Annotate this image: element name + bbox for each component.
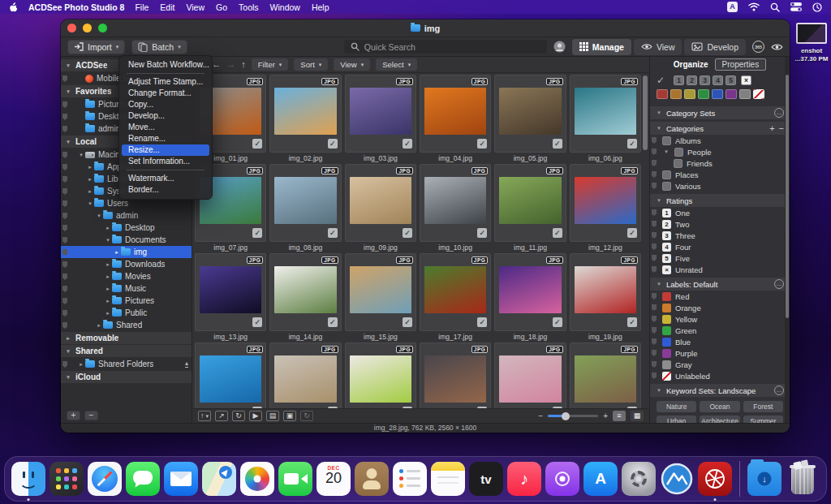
label-purple[interactable]: Purple	[650, 347, 790, 359]
nav-forward-icon[interactable]: →	[226, 60, 235, 69]
thumbnail-tile[interactable]: JPG✓	[345, 253, 416, 331]
chevron-closed-icon[interactable]: ▸	[86, 176, 94, 183]
chevron-closed-icon[interactable]: ▸	[104, 274, 112, 280]
menu-view[interactable]: View	[186, 2, 205, 12]
open-with-icon[interactable]: ↗	[215, 411, 228, 421]
menu-item-develop[interactable]: Develop...	[122, 110, 209, 122]
mode-develop-button[interactable]: Develop	[684, 39, 746, 55]
grid-item[interactable]: JPG✓	[419, 342, 492, 408]
apple-menu-icon[interactable]	[9, 2, 18, 12]
dock-trash-icon[interactable]	[786, 462, 820, 496]
category-various[interactable]: Various	[650, 180, 790, 192]
dock-photo-studio-icon[interactable]	[698, 462, 732, 496]
nav-up-icon[interactable]: ↑	[241, 60, 246, 69]
chevron-open-icon[interactable]: ▾	[104, 237, 112, 243]
chevron-closed-icon[interactable]: ▸	[77, 361, 85, 368]
select-checkbox[interactable]: ✓	[627, 317, 637, 327]
edit-icon[interactable]: ▤	[266, 411, 279, 421]
menu-item-move[interactable]: Move...	[122, 122, 209, 133]
play-icon[interactable]: ▶	[249, 411, 262, 421]
select-checkbox[interactable]: ✓	[328, 228, 338, 238]
chevron-open-icon[interactable]: ▾	[86, 200, 94, 207]
options-icon[interactable]: …	[774, 108, 784, 118]
select-checkbox[interactable]: ✓	[477, 139, 487, 149]
thumbnail-tile[interactable]: JPG✓	[570, 342, 641, 408]
select-checkbox[interactable]: ✓	[252, 407, 262, 408]
swatch-5[interactable]	[726, 89, 737, 99]
mode-view-button[interactable]: View	[634, 39, 682, 55]
sidebar-item-img[interactable]: ▸img	[61, 246, 192, 258]
chevron-closed-icon[interactable]: ▸	[64, 335, 72, 342]
label-orange[interactable]: Orange	[650, 302, 790, 313]
dock-safari-icon[interactable]	[88, 462, 122, 496]
thumbnail-tile[interactable]: JPG✓	[570, 253, 641, 331]
filter-button[interactable]: Filter▾	[252, 58, 289, 71]
clear-rating-button[interactable]: ×	[741, 75, 751, 85]
rating-box-2[interactable]: 2	[687, 75, 697, 85]
add-folder-button[interactable]: +	[67, 411, 80, 420]
select-checkbox[interactable]: ✓	[328, 139, 338, 149]
grid-item[interactable]: JPG✓img_10.jpg	[419, 164, 492, 253]
ratings-header[interactable]: ▾ Ratings	[650, 194, 790, 207]
label-gray[interactable]: Gray	[650, 359, 790, 370]
sidebar-item-admin[interactable]: ▾admin	[61, 209, 192, 222]
options-icon[interactable]: …	[774, 279, 784, 289]
rating-two[interactable]: 2Two	[650, 218, 790, 230]
swatch-unlabeled[interactable]	[753, 89, 764, 99]
panel-scroll-thumb[interactable]	[786, 75, 789, 318]
grid-item[interactable]: JPG✓img_14.jpg	[269, 253, 342, 342]
import-button[interactable]: Import ▾	[67, 40, 125, 54]
tab-properties[interactable]: Properties	[715, 58, 767, 71]
grid-item[interactable]: JPG✓img_03.jpg	[344, 75, 417, 164]
grid-item[interactable]: JPG✓img_18.jpg	[493, 253, 566, 342]
thumbnail-tile[interactable]: JPG✓	[195, 342, 266, 408]
grid-item[interactable]: JPG✓	[344, 342, 417, 408]
chevron-closed-icon[interactable]: ▸	[86, 188, 94, 195]
thumbnail-tile[interactable]: JPG✓	[570, 164, 641, 242]
grid-item[interactable]: JPG✓img_15.jpg	[344, 253, 417, 342]
category-places[interactable]: Places	[650, 169, 790, 180]
checkbox[interactable]	[662, 182, 671, 191]
select-checkbox[interactable]: ✓	[403, 228, 412, 238]
eject-icon[interactable]: ▴	[185, 360, 188, 368]
menu-item-new-batch-workflow[interactable]: New Batch Workflow...	[122, 59, 209, 71]
dock-calendar-icon[interactable]: DEC20	[316, 462, 351, 496]
chevron-open-icon[interactable]: ▾	[95, 213, 103, 219]
zoom-slider[interactable]	[548, 415, 598, 417]
select-checkbox[interactable]: ✓	[328, 407, 338, 408]
desktop-screenshot-file[interactable]: enshot ...37.30 PM	[794, 23, 829, 63]
close-button[interactable]	[67, 24, 76, 32]
grid-item[interactable]: JPG✓img_08.jpg	[269, 164, 342, 253]
remove-category-icon[interactable]: −	[779, 124, 784, 133]
nav-back-icon[interactable]: ←	[212, 60, 221, 69]
dock-messages-icon[interactable]	[126, 462, 160, 496]
zoom-button[interactable]	[98, 24, 107, 32]
quick-view-icon[interactable]	[771, 43, 783, 51]
chevron-closed-icon[interactable]: ▸	[104, 310, 112, 317]
label-unlabeled[interactable]: Unlabeled	[650, 370, 790, 381]
chevron-closed-icon[interactable]: ▸	[104, 286, 112, 292]
select-button[interactable]: Select▾	[376, 58, 417, 71]
dock-appletv-icon[interactable]: tv	[469, 462, 503, 496]
checkbox[interactable]	[674, 148, 683, 157]
wifi-icon[interactable]	[748, 2, 760, 11]
grid-item[interactable]: JPG✓img_11.jpg	[493, 164, 566, 253]
grid-view-icon[interactable]: ▦	[631, 411, 644, 421]
menu-help[interactable]: Help	[312, 2, 329, 12]
dock-facetime-icon[interactable]	[278, 462, 312, 496]
view-button[interactable]: View▾	[334, 58, 370, 71]
label-blue[interactable]: Blue	[650, 336, 790, 347]
minimize-button[interactable]	[83, 24, 92, 32]
rating-three[interactable]: 3Three	[650, 230, 790, 241]
chevron-closed-icon[interactable]: ▸	[104, 261, 112, 268]
thumbnail-tile[interactable]: JPG✓	[420, 164, 491, 242]
menu-item-watermark[interactable]: Watermark...	[122, 173, 209, 184]
dock-music-icon[interactable]: ♪	[507, 462, 541, 496]
categories-header[interactable]: ▾ Categories + −	[650, 122, 790, 135]
chevron-closed-icon[interactable]: ▸	[104, 225, 112, 231]
screenshot-thumbnail[interactable]	[796, 23, 827, 44]
chevron-open-icon[interactable]: ▾	[64, 348, 72, 355]
select-checkbox[interactable]: ✓	[328, 317, 338, 327]
remove-folder-button[interactable]: −	[84, 411, 98, 420]
input-source-icon[interactable]: A	[727, 2, 738, 12]
